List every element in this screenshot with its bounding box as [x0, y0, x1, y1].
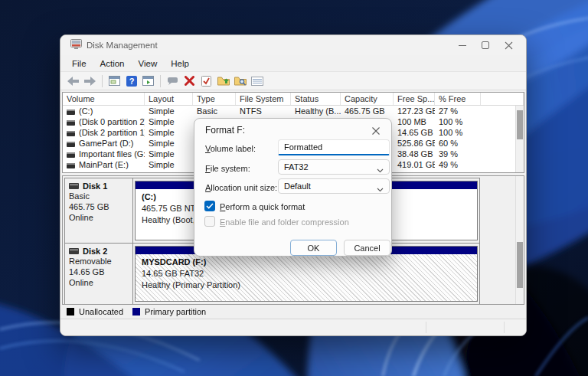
chevron-down-icon — [377, 165, 384, 175]
volume-icon — [67, 163, 75, 168]
disk2-status: Online — [69, 277, 129, 288]
disk-icon — [69, 248, 79, 254]
format-dialog: Format F: Volume label: Formatted File s… — [194, 118, 392, 257]
legend-primary-label: Primary partition — [145, 307, 206, 316]
svg-text:?: ? — [129, 77, 134, 86]
volume-icon — [67, 142, 75, 147]
menu-bar: File Action View Help — [60, 55, 526, 71]
partition-status: Healthy (Primary Partition) — [142, 280, 471, 291]
app-icon — [70, 38, 82, 52]
quick-format-label: Perform a quick format — [220, 202, 305, 211]
volume-label-input[interactable]: Formatted — [278, 139, 390, 155]
disk-pane-scrollbar[interactable] — [515, 176, 524, 304]
minimize-icon[interactable] — [451, 35, 474, 55]
unallocated-swatch — [67, 308, 74, 316]
close-icon[interactable] — [497, 35, 520, 55]
volume-list-header: Volume Layout Type File System Status Ca… — [63, 93, 524, 106]
volume-icon — [67, 110, 75, 115]
col-capacity[interactable]: Capacity — [341, 93, 394, 105]
console-tree-icon[interactable] — [141, 74, 155, 88]
col-pct-free[interactable]: % Free — [435, 93, 481, 105]
ok-button[interactable]: OK — [290, 240, 337, 256]
back-icon[interactable] — [66, 74, 80, 88]
cancel-button[interactable]: Cancel — [344, 240, 390, 256]
disk2-type: Removable — [69, 256, 129, 266]
toolbar: ? — [60, 71, 526, 90]
delete-icon[interactable] — [182, 74, 197, 88]
volume-label-label: Volume label: — [205, 144, 256, 153]
table-row[interactable]: (C:) Simple Basic NTFS Healthy (B... 465… — [63, 106, 524, 116]
menu-action[interactable]: Action — [93, 57, 132, 70]
toolbar-separator — [160, 75, 161, 87]
col-status[interactable]: Status — [291, 93, 341, 105]
status-bar — [60, 319, 526, 335]
menu-help[interactable]: Help — [164, 57, 196, 70]
scrollbar-thumb[interactable] — [517, 242, 523, 288]
maximize-icon[interactable] — [474, 35, 497, 55]
check-icon — [206, 203, 214, 209]
file-system-label: File system: — [205, 164, 250, 173]
col-free-space[interactable]: Free Sp... — [394, 93, 435, 105]
volume-icon — [67, 152, 75, 158]
volume-icon — [67, 131, 75, 136]
scrollbar-thumb[interactable] — [517, 110, 523, 139]
allocation-unit-label: Allocation unit size: — [205, 183, 277, 192]
properties-icon[interactable] — [165, 74, 180, 88]
console-window-icon[interactable] — [107, 74, 122, 88]
col-layout[interactable]: Layout — [145, 93, 193, 105]
folder-up-icon[interactable] — [216, 74, 230, 88]
desktop: Disk Management File Action View Help — [0, 0, 588, 376]
col-type[interactable]: Type — [193, 93, 236, 105]
details-icon[interactable] — [250, 74, 264, 88]
disk1-size: 465.75 GB — [69, 201, 129, 212]
col-volume[interactable]: Volume — [63, 93, 145, 105]
toolbar-separator — [102, 75, 103, 87]
disk2-info[interactable]: Disk 2 Removable 14.65 GB Online — [65, 244, 133, 304]
compression-checkbox[interactable] — [204, 216, 215, 227]
dialog-close-icon[interactable] — [369, 124, 383, 138]
legend-unallocated-label: Unallocated — [79, 307, 123, 316]
disk2-size: 14.65 GB — [69, 266, 129, 277]
chevron-down-icon — [377, 185, 384, 194]
volume-list-scrollbar[interactable] — [515, 106, 524, 172]
window-title: Disk Management — [87, 41, 158, 50]
check-document-icon[interactable] — [199, 74, 214, 88]
col-file-system[interactable]: File System — [236, 93, 291, 105]
menu-view[interactable]: View — [132, 57, 165, 70]
allocation-unit-select[interactable]: Default — [278, 178, 390, 194]
title-bar[interactable]: Disk Management — [60, 35, 526, 55]
legend: Unallocated Primary partition — [62, 306, 524, 318]
menu-file[interactable]: File — [65, 57, 93, 70]
disk1-info[interactable]: Disk 1 Basic 465.75 GB Online — [65, 178, 133, 243]
disk1-status: Online — [69, 212, 129, 223]
volume-icon — [67, 120, 75, 126]
primary-partition-swatch — [132, 308, 140, 316]
file-system-select[interactable]: FAT32 — [278, 159, 390, 175]
disk1-type: Basic — [69, 191, 129, 201]
compression-label: Enable file and folder compression — [220, 217, 349, 227]
forward-icon[interactable] — [83, 74, 97, 88]
col-filler — [481, 93, 524, 105]
quick-format-checkbox[interactable] — [204, 201, 215, 211]
partition-label: MYSDCARD (F:) — [142, 257, 471, 268]
help-icon[interactable]: ? — [124, 74, 139, 88]
folder-search-icon[interactable] — [233, 74, 247, 88]
dialog-title: Format F: — [205, 125, 245, 136]
partition-info: 14.65 GB FAT32 — [142, 268, 471, 280]
disk-icon — [69, 183, 79, 189]
